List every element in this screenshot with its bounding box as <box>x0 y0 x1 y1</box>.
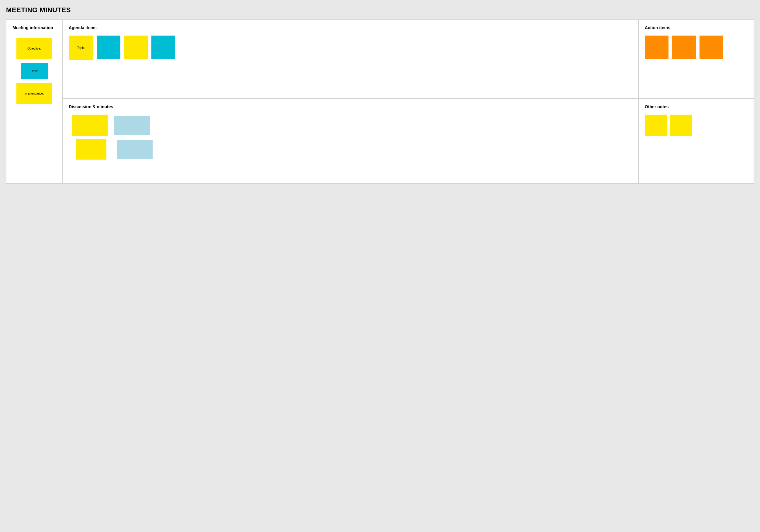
sticky-ac1[interactable] <box>645 35 669 59</box>
sticky-oth1[interactable] <box>645 115 667 136</box>
sticky-disc1[interactable] <box>72 115 108 136</box>
sticky-disc4[interactable] <box>117 140 153 159</box>
panel-action-title: Action items <box>645 25 747 30</box>
sticky-objective[interactable]: Objective: <box>17 38 52 59</box>
panel-meeting-info: Meeting information Objective: Date: In … <box>6 20 62 184</box>
sticky-date[interactable]: Date: <box>21 63 48 79</box>
sticky-topic[interactable]: Topic <box>69 35 93 60</box>
sticky-ac2[interactable] <box>672 35 696 59</box>
sticky-attendance[interactable]: In attendance: <box>17 83 52 104</box>
discussion-notes <box>69 115 632 160</box>
action-notes <box>645 35 747 59</box>
panel-discussion: Discussion & minutes <box>62 99 639 184</box>
sticky-disc2[interactable] <box>114 116 150 135</box>
meeting-info-notes: Objective: Date: In attendance: <box>13 38 56 104</box>
sticky-ac3[interactable] <box>699 35 723 59</box>
panel-action: Action items <box>639 20 754 99</box>
panel-discussion-title: Discussion & minutes <box>69 104 632 109</box>
agenda-notes: Topic <box>69 35 632 60</box>
other-notes <box>645 115 747 136</box>
sticky-ag2[interactable] <box>97 35 120 59</box>
panel-agenda-title: Agenda items <box>69 25 632 30</box>
sticky-oth2[interactable] <box>670 115 692 136</box>
panel-meeting-info-title: Meeting information <box>13 25 56 30</box>
panel-agenda: Agenda items Topic <box>62 20 639 99</box>
sticky-ag3[interactable] <box>124 35 148 59</box>
sticky-disc3[interactable] <box>76 139 106 160</box>
panel-other-title: Other notes <box>645 104 747 109</box>
board: Meeting information Objective: Date: In … <box>6 20 754 184</box>
panel-other: Other notes <box>639 99 754 184</box>
sticky-ag4[interactable] <box>151 35 175 59</box>
page-title: MEETING MINUTES <box>6 6 754 14</box>
